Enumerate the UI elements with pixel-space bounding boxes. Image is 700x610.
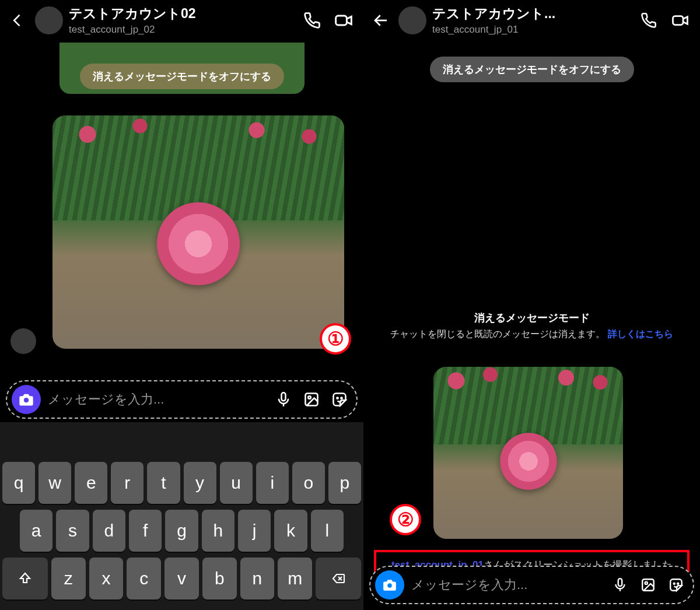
key-k[interactable]: k (274, 510, 307, 552)
message-photo[interactable] (433, 367, 623, 539)
svg-point-16 (677, 583, 678, 584)
vanish-info: 消えるメッセージモード チャットを閉じると既読のメッセージは消えます。 詳しくは… (363, 311, 700, 341)
phone-right: テストアカウント... test_account_jp_01 消えるメッセージモ… (363, 0, 700, 610)
key-i[interactable]: i (256, 462, 289, 504)
flower-image-subject (140, 197, 257, 290)
name-block[interactable]: テストアカウント... test_account_jp_01 (430, 5, 631, 36)
key-d[interactable]: d (93, 510, 125, 552)
avatar[interactable] (35, 6, 63, 34)
svg-point-11 (387, 583, 392, 588)
display-name: テストアカウント02 (69, 5, 295, 23)
key-l[interactable]: l (311, 510, 344, 552)
video-icon[interactable] (666, 6, 694, 34)
key-e[interactable]: e (75, 462, 107, 504)
mic-icon[interactable] (608, 573, 632, 597)
svg-point-4 (308, 396, 311, 399)
message-avatar[interactable] (10, 328, 36, 354)
vanish-title: 消えるメッセージモード (377, 311, 686, 325)
svg-rect-10 (673, 16, 684, 24)
key-r[interactable]: r (111, 462, 144, 504)
key-q[interactable]: q (2, 462, 35, 504)
call-icon[interactable] (635, 6, 663, 34)
key-b[interactable]: b (202, 558, 237, 600)
svg-point-14 (645, 582, 648, 584)
key-a[interactable]: a (20, 510, 52, 552)
svg-point-15 (674, 583, 675, 584)
flower-image-subject (491, 427, 566, 496)
avatar[interactable] (398, 6, 426, 34)
call-icon[interactable] (298, 6, 326, 34)
backspace-key[interactable] (316, 558, 361, 600)
key-f[interactable]: f (129, 510, 162, 552)
callout-2: ② (390, 504, 421, 535)
camera-button[interactable] (12, 385, 41, 414)
key-u[interactable]: u (220, 462, 253, 504)
key-x[interactable]: x (89, 558, 124, 600)
vanish-pill[interactable]: 消えるメッセージモードをオフにする (430, 57, 634, 82)
display-name: テストアカウント... (432, 5, 631, 23)
composer-placeholder: メッセージを入力... (408, 576, 604, 594)
chat-header: テストアカウント02 test_account_jp_02 (0, 0, 363, 43)
username: test_account_jp_02 (69, 24, 295, 36)
chat-body: 消えるメッセージモードをオフにする 消えるメッセージモード チャットを閉じると既… (363, 43, 700, 610)
key-g[interactable]: g (165, 510, 198, 552)
key-m[interactable]: m (278, 558, 312, 600)
message-photo[interactable] (52, 115, 344, 349)
key-w[interactable]: w (38, 462, 71, 504)
svg-rect-12 (618, 579, 622, 586)
keyboard: qwertyuiop asdfghjkl zxcvbnm (0, 422, 363, 610)
vanish-body: チャットを閉じると既読のメッセージは消えます。 詳しくはこちら (377, 327, 686, 341)
back-button[interactable] (367, 6, 395, 34)
message-composer[interactable]: メッセージを入力... (369, 566, 694, 604)
key-y[interactable]: y (184, 462, 216, 504)
svg-rect-0 (336, 16, 347, 25)
key-o[interactable]: o (292, 462, 325, 504)
phone-left: テストアカウント02 test_account_jp_02 消えるメッセージモー… (0, 0, 363, 610)
shift-key[interactable] (2, 558, 48, 600)
key-t[interactable]: t (147, 462, 180, 504)
sticker-icon[interactable] (664, 573, 688, 597)
message-composer[interactable]: メッセージを入力... (6, 380, 358, 419)
name-block[interactable]: テストアカウント02 test_account_jp_02 (66, 5, 295, 36)
gallery-icon[interactable] (299, 387, 324, 412)
svg-point-6 (341, 398, 342, 399)
callout-1: ① (320, 323, 351, 355)
key-h[interactable]: h (202, 510, 235, 552)
back-button[interactable] (4, 6, 32, 34)
vanish-pill[interactable]: 消えるメッセージモードをオフにする (80, 64, 284, 89)
username: test_account_jp_01 (432, 24, 631, 36)
key-c[interactable]: c (127, 558, 161, 600)
mic-icon[interactable] (271, 387, 296, 412)
camera-button[interactable] (375, 570, 404, 600)
svg-point-1 (24, 398, 29, 402)
sticker-icon[interactable] (327, 387, 352, 412)
key-p[interactable]: p (328, 462, 361, 504)
svg-point-5 (337, 398, 338, 399)
key-v[interactable]: v (164, 558, 199, 600)
video-icon[interactable] (330, 6, 358, 34)
key-z[interactable]: z (51, 558, 86, 600)
vanish-body-text: チャットを閉じると既読のメッセージは消えます。 (390, 329, 605, 339)
key-n[interactable]: n (240, 558, 275, 600)
gallery-icon[interactable] (636, 573, 660, 597)
chat-body: 消えるメッセージモードをオフにする ① (0, 43, 363, 376)
chat-header: テストアカウント... test_account_jp_01 (363, 0, 700, 43)
learn-more-link[interactable]: 詳しくはこちら (608, 329, 673, 339)
svg-rect-2 (282, 392, 286, 401)
key-j[interactable]: j (238, 510, 271, 552)
composer-placeholder: メッセージを入力... (44, 391, 268, 408)
key-s[interactable]: s (56, 510, 89, 552)
